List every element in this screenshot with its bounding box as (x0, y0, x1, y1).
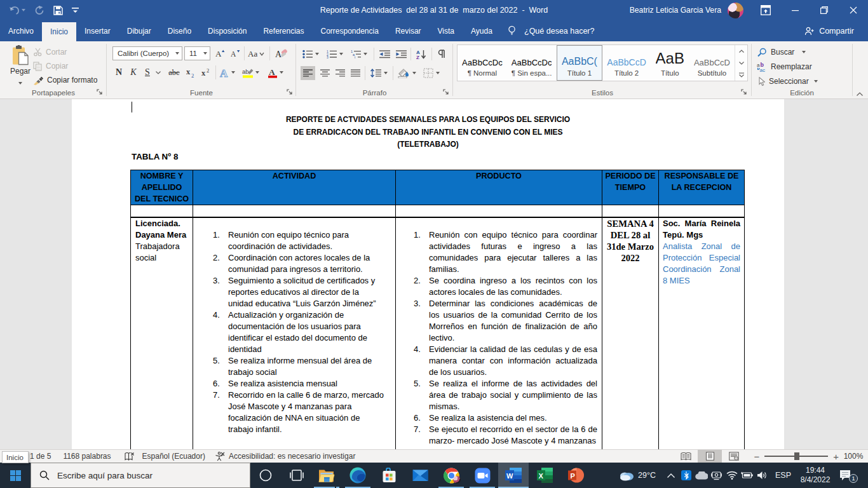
task-view-button[interactable] (281, 463, 312, 488)
zoom-level[interactable]: 100% (839, 452, 868, 461)
mail-button[interactable] (405, 463, 435, 488)
tab-diseno[interactable]: Diseño (159, 20, 200, 41)
styles-scroll-down-icon[interactable] (735, 57, 747, 69)
language-indicator[interactable]: Español (Ecuador) (142, 452, 205, 461)
zoom-handle[interactable] (794, 452, 799, 460)
web-layout-button[interactable] (722, 450, 746, 463)
word-button[interactable]: W (498, 463, 529, 488)
document-area[interactable]: REPORTE DE ACTVIDADES SEMANALES PARA LOS… (0, 99, 868, 449)
excel-button[interactable]: X (529, 463, 560, 488)
copy-button[interactable]: Copiar (33, 60, 68, 72)
share-button[interactable]: Compartir (804, 20, 854, 41)
battery-icon[interactable] (740, 471, 755, 479)
align-right-button[interactable] (333, 66, 348, 80)
page-indicator[interactable]: 1 de 5 (30, 452, 51, 461)
close-button[interactable] (839, 0, 868, 20)
zoom-out-icon[interactable]: − (754, 451, 759, 462)
file-explorer-button[interactable] (311, 463, 342, 488)
grow-font-button[interactable]: A (214, 46, 227, 60)
decrease-indent-button[interactable] (377, 48, 391, 60)
tab-ayuda[interactable]: Ayuda (463, 20, 501, 41)
change-case-button[interactable]: Aa (247, 46, 266, 60)
italic-button[interactable]: K (128, 65, 139, 79)
bold-button[interactable]: N (112, 65, 125, 79)
temperature[interactable]: 29°C (638, 471, 656, 480)
powerpoint-button[interactable]: P (560, 463, 591, 488)
read-mode-button[interactable] (674, 450, 698, 463)
collapse-ribbon-icon[interactable] (854, 91, 865, 97)
align-center-button[interactable] (318, 66, 332, 80)
document-page[interactable]: REPORTE DE ACTVIDADES SEMANALES PARA LOS… (72, 99, 784, 449)
edge-button[interactable] (342, 463, 373, 488)
bluetooth-icon[interactable] (679, 470, 694, 480)
paste-button[interactable]: Pegar (6, 44, 34, 86)
restore-button[interactable] (810, 0, 839, 20)
zoom-slider[interactable] (764, 456, 828, 457)
font-color-button[interactable]: A (265, 65, 285, 79)
subscript-button[interactable]: x2 (184, 65, 198, 79)
text-effects-button[interactable]: A (219, 65, 235, 79)
tab-correspondencia[interactable]: Correspondencia (312, 20, 386, 41)
tab-disposicion[interactable]: Disposición (200, 20, 255, 41)
shading-button[interactable] (396, 66, 417, 80)
ribbon-display-options-icon[interactable] (751, 0, 780, 20)
user-name[interactable]: Beatriz Leticia Garcia Vera (630, 6, 721, 15)
shrink-font-button[interactable]: A (229, 46, 242, 60)
tab-vista[interactable]: Vista (430, 20, 463, 41)
tray-expand-icon[interactable] (663, 473, 679, 478)
sort-button[interactable]: AZ (414, 48, 429, 60)
justify-button[interactable] (348, 66, 363, 80)
wifi-icon[interactable] (724, 471, 740, 480)
highlight-button[interactable]: ab (240, 65, 261, 79)
multilevel-list-button[interactable]: 1ai (349, 48, 369, 60)
tab-dibujar[interactable]: Dibujar (119, 20, 159, 41)
zoom-in-icon[interactable]: + (833, 451, 839, 462)
cast-icon[interactable] (709, 471, 724, 480)
zoom-button[interactable] (467, 463, 498, 488)
font-size-combo[interactable]: 11 (184, 46, 210, 60)
store-button[interactable] (374, 463, 404, 488)
clear-formatting-button[interactable]: A (274, 46, 290, 60)
print-layout-button[interactable] (698, 450, 722, 463)
style-titulo[interactable]: AaB Título (651, 45, 689, 81)
accessibility-status[interactable]: Accesibilidad: es necesario investigar (229, 452, 355, 461)
find-button[interactable]: Buscar (757, 46, 806, 58)
keyboard-language[interactable]: ESP (775, 471, 791, 480)
replace-button[interactable]: abac Reemplazar (757, 60, 812, 73)
avatar[interactable] (728, 3, 743, 18)
start-button[interactable] (0, 463, 31, 488)
tab-inicio[interactable]: Inicio (42, 22, 76, 41)
line-spacing-button[interactable] (368, 66, 390, 80)
tell-me-box[interactable]: ¿Qué desea hacer? (508, 20, 595, 41)
align-left-button[interactable] (301, 66, 315, 80)
underline-caret-icon[interactable] (154, 65, 163, 79)
show-marks-button[interactable] (435, 48, 449, 60)
onedrive-icon[interactable] (694, 471, 709, 480)
style-subtitulo[interactable]: AaBbCcD Subtítulo (689, 45, 735, 81)
accessibility-icon[interactable] (215, 452, 225, 461)
strikethrough-button[interactable]: abc (165, 65, 183, 79)
portapapeles-dialog-launcher-icon[interactable] (97, 89, 104, 96)
fuente-dialog-launcher-icon[interactable] (287, 89, 294, 96)
styles-scroll-up-icon[interactable] (735, 45, 747, 57)
styles-more-icon[interactable] (735, 69, 747, 81)
select-button[interactable]: Seleccionar (758, 75, 818, 88)
tab-referencias[interactable]: Referencias (255, 20, 312, 41)
increase-indent-button[interactable] (394, 48, 408, 60)
style-normal[interactable]: AaBbCcDc ¶ Normal (458, 45, 507, 81)
chrome-button[interactable] (436, 463, 466, 488)
font-name-combo[interactable]: Calibri (Cuerpo) (112, 46, 182, 60)
style-titulo1[interactable]: AaBbC( Título 1 (557, 45, 603, 81)
cortana-button[interactable] (250, 463, 281, 488)
volume-icon[interactable] (755, 471, 770, 480)
style-titulo2[interactable]: AaBbCcD Título 2 (602, 45, 651, 81)
format-painter-button[interactable]: Copiar formato (33, 74, 97, 86)
tab-revisar[interactable]: Revisar (387, 20, 430, 41)
clock[interactable]: 19:44 8/4/2022 (799, 466, 832, 485)
tab-insertar[interactable]: Insertar (76, 20, 119, 41)
bullets-button[interactable] (301, 48, 320, 60)
estilos-dialog-launcher-icon[interactable] (741, 89, 748, 96)
taskbar-search-box[interactable]: Escribe aquí para buscar (31, 463, 250, 488)
notification-center-icon[interactable]: 1 (838, 470, 853, 481)
superscript-button[interactable]: x2 (200, 65, 214, 79)
